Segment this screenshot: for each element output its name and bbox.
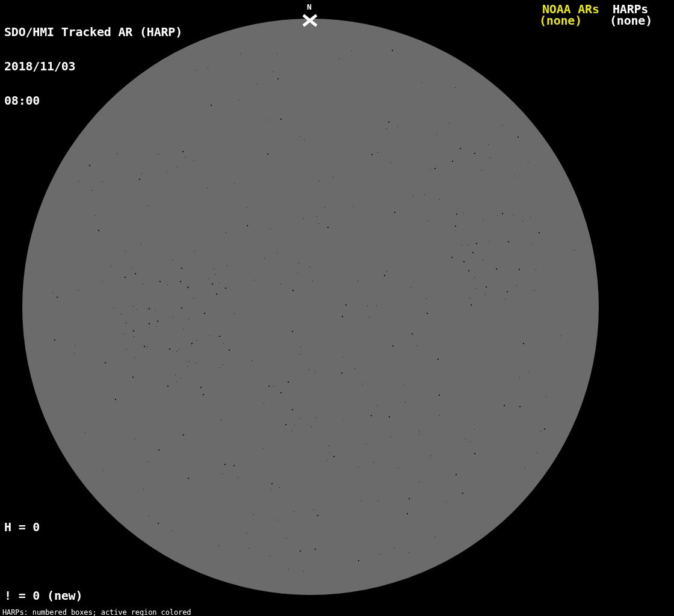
legend-spacer	[4, 556, 140, 567]
time-label: 08:00	[4, 95, 182, 106]
page-title: SDO/HMI Tracked AR (HARP)	[4, 26, 182, 38]
noaa-ars-count: (none)	[539, 15, 582, 26]
date-label: 2018/11/03	[4, 61, 182, 72]
footnote-harps: HARPs: numbered boxes; active region col…	[2, 609, 251, 616]
footnotes: HARPs: numbered boxes; active region col…	[2, 594, 251, 616]
title-block: SDO/HMI Tracked AR (HARP) 2018/11/03 08:…	[4, 4, 182, 129]
harp-count-line: H = 0	[4, 522, 140, 533]
north-pole-label: N	[304, 2, 315, 11]
north-cross-marker-icon	[303, 14, 317, 26]
harps-count: (none)	[610, 15, 652, 26]
harp-tracker-view: SDO/HMI Tracked AR (HARP) 2018/11/03 08:…	[0, 0, 674, 616]
